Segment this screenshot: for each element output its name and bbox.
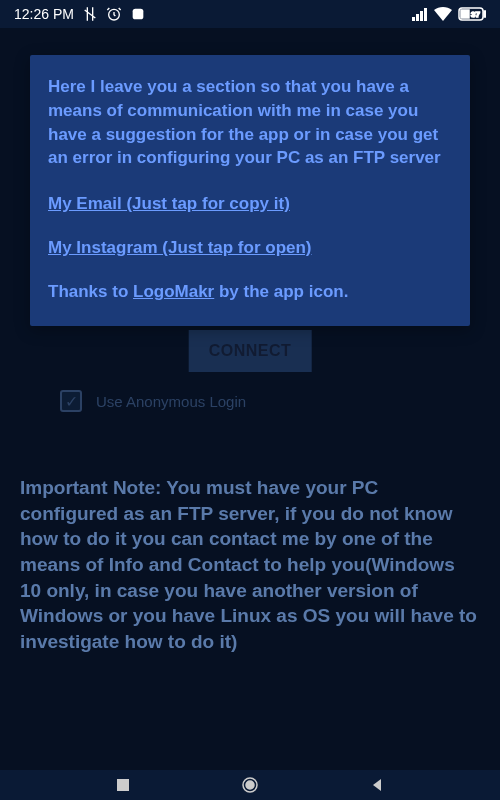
svg-rect-2: [412, 17, 415, 21]
svg-rect-1: [133, 9, 144, 20]
thanks-suffix: by the app icon.: [214, 282, 348, 301]
svg-rect-3: [416, 14, 419, 21]
svg-rect-7: [461, 10, 469, 18]
important-note: Important Note: You must have your PC co…: [20, 475, 480, 654]
svg-rect-4: [420, 11, 423, 21]
svg-rect-10: [117, 779, 129, 791]
instagram-link[interactable]: My Instagram (Just tap for open): [48, 238, 452, 258]
email-link[interactable]: My Email (Just tap for copy it): [48, 194, 452, 214]
thanks-prefix: Thanks to: [48, 282, 133, 301]
svg-rect-8: [484, 11, 486, 17]
anonymous-login-label: Use Anonymous Login: [96, 393, 246, 410]
thanks-text: Thanks to LogoMakr by the app icon.: [48, 282, 452, 302]
status-bar: 12:26 PM 37: [0, 0, 500, 28]
navigation-bar: [0, 770, 500, 800]
check-icon: ✓: [65, 392, 78, 411]
svg-point-12: [246, 781, 254, 789]
svg-rect-5: [424, 8, 427, 21]
back-button[interactable]: [369, 777, 385, 793]
vibrate-icon: [82, 6, 98, 22]
alarm-icon: [106, 6, 122, 22]
app-icon: [130, 6, 146, 22]
info-intro: Here I leave you a section so that you h…: [48, 75, 452, 170]
logomakr-link[interactable]: LogoMakr: [133, 282, 214, 301]
info-panel: Here I leave you a section so that you h…: [30, 55, 470, 326]
signal-icon: [412, 7, 428, 21]
status-left: 12:26 PM: [14, 6, 146, 22]
connect-button[interactable]: CONNECT: [189, 330, 312, 372]
home-button[interactable]: [241, 776, 259, 794]
status-right: 37: [412, 7, 486, 21]
battery-icon: 37: [458, 7, 486, 21]
recent-apps-button[interactable]: [115, 777, 131, 793]
svg-text:37: 37: [471, 10, 480, 19]
anonymous-login-row[interactable]: ✓ Use Anonymous Login: [60, 390, 246, 412]
status-time: 12:26 PM: [14, 6, 74, 22]
wifi-icon: [434, 7, 452, 21]
anonymous-login-checkbox[interactable]: ✓: [60, 390, 82, 412]
